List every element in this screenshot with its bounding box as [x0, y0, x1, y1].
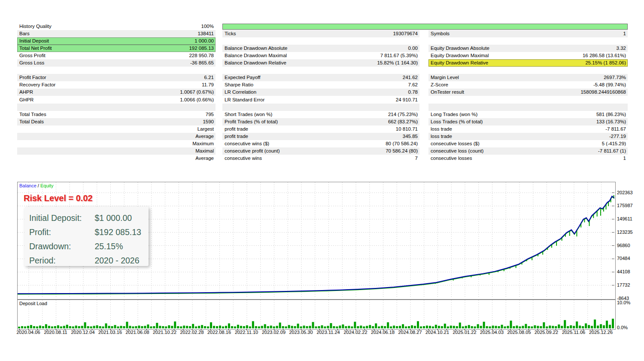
table-row: Recovery Factor11.79 [17, 81, 216, 89]
table-row: profit trade345.85 [222, 133, 419, 140]
x-axis-tick [56, 329, 56, 330]
x-axis-tick [538, 329, 538, 330]
deposit-max-label: 10.0% [617, 300, 630, 305]
table-row: consecutive wins7 [222, 155, 419, 162]
stat-label: Balance Drawdown Absolute [225, 45, 287, 52]
infobox-row: Initial Deposit: $1 000.00 [29, 211, 149, 225]
infobox-value: 2020 - 2026 [94, 256, 139, 265]
infobox-label: Initial Deposit: [29, 211, 92, 225]
stat-label: Profit Trades (% of total) [225, 118, 278, 125]
y-axis-label: 123235 [617, 229, 633, 235]
table-row: LR Correlation0.78 [222, 89, 419, 96]
x-axis-tick [392, 329, 392, 330]
x-axis-tick [437, 329, 438, 330]
table-row: Total Trades795 [17, 111, 216, 118]
stat-value: 15.82% (1 164.30) [377, 59, 418, 67]
x-axis-tick [246, 329, 247, 330]
table-row [222, 104, 419, 111]
table-row: Equity Drawdown Relative25.15% (1 852.06… [428, 59, 628, 67]
stat-value: 1.0066 (0.66%) [180, 96, 214, 104]
y-axis-label: 17732 [617, 282, 630, 288]
table-row [17, 67, 216, 74]
stat-value: 133 (16.73%) [596, 118, 626, 125]
x-axis-tick [137, 329, 138, 330]
x-axis-tick [255, 329, 256, 330]
x-axis-tick [519, 329, 519, 330]
table-row: Maximum [17, 140, 216, 147]
legend-equity: Equity [40, 183, 54, 188]
stat-value: 1.0067 (0.67%) [180, 89, 214, 96]
x-axis-tick [374, 329, 374, 330]
x-axis-tick [592, 329, 592, 330]
stat-label: Loss Trades (% of total) [431, 118, 483, 125]
x-axis-tick [74, 329, 74, 330]
deposit-min-label: 0.0% [617, 325, 628, 330]
stat-label: Initial Deposit [19, 37, 49, 45]
history-quality-bar [222, 24, 628, 30]
table-row: Total Deals1590 [17, 118, 216, 125]
stat-value: 138411 [197, 30, 214, 37]
x-axis-tick [110, 329, 111, 330]
table-row: Sharpe Ratio7.62 [222, 81, 419, 89]
stat-label: Recovery Factor [19, 81, 55, 89]
x-axis-tick [192, 329, 192, 330]
x-axis-tick [174, 329, 174, 330]
x-axis-tick [237, 329, 238, 330]
x-axis-tick [156, 329, 156, 330]
x-axis-tick [328, 329, 329, 330]
x-axis-tick [601, 329, 601, 330]
table-row: Gross Loss-36 865.65 [17, 59, 216, 67]
infobox-value: $192 085.13 [94, 227, 141, 237]
stat-value: 2697.73% [604, 74, 626, 81]
table-row: loss trade-277.19 [428, 133, 628, 140]
stat-value: 6.21 [204, 74, 214, 81]
stat-label: Profit Factor [19, 74, 46, 81]
stat-label: Bars [19, 30, 30, 37]
stat-label: profit trade [225, 125, 248, 133]
table-row: Initial Deposit1 000.00 [17, 37, 216, 45]
deposit-load-chart: Deposit Load [17, 300, 616, 330]
stat-value: 158098.2449160868 [580, 89, 626, 96]
stat-label: Long Trades (won %) [431, 111, 477, 118]
stat-value: 193079674 [393, 30, 418, 37]
x-axis-tick [301, 329, 301, 330]
x-axis-tick [447, 329, 447, 330]
table-row: Loss Trades (% of total)133 (16.73%) [428, 118, 628, 125]
x-axis-tick [337, 329, 338, 330]
table-row: AHPR1.0067 (0.67%) [17, 89, 216, 96]
stat-label: Short Trades (won %) [225, 111, 272, 118]
stat-value: 345.85 [403, 133, 418, 140]
x-axis-tick [365, 329, 365, 330]
stat-value: -36 865.65 [190, 59, 214, 67]
stat-label: Total Trades [19, 111, 46, 118]
stat-value: 1 [623, 155, 626, 162]
deposit-load-bars [18, 319, 614, 328]
x-axis-tick [146, 329, 147, 330]
stat-value: 1 000.00 [194, 37, 214, 45]
table-row: consecutive losses ($)5 (-415.29) [428, 140, 628, 147]
x-axis-tick [128, 329, 129, 330]
table-row: Margin Level2697.73% [428, 74, 628, 81]
table-row: Equity Drawdown Absolute3.32 [428, 45, 628, 52]
table-row: Profit Factor6.21 [17, 74, 216, 81]
infobox-row: Period: 2020 - 2026 [29, 254, 149, 268]
x-axis-tick [47, 329, 47, 330]
legend-balance: Balance [19, 183, 36, 188]
x-axis-tick [574, 329, 574, 330]
table-row [428, 37, 628, 45]
stat-label: AHPR [19, 89, 33, 96]
x-axis-tick [183, 329, 183, 330]
x-axis-tick [28, 329, 29, 330]
y-axis-label: 96860 [617, 243, 630, 248]
table-row: loss trade-7 811.67 [428, 125, 628, 133]
x-axis-tick [310, 329, 310, 330]
infobox-row: Drawdown: 25.15% [29, 239, 149, 254]
x-axis-tick [583, 329, 583, 330]
y-axis-label: 70484 [617, 256, 630, 261]
y-axis-label: 149611 [617, 216, 632, 221]
table-row: consecutive losses1 [428, 155, 628, 162]
stat-value: 0.78 [408, 89, 418, 96]
deposit-load-title: Deposit Load [19, 300, 47, 306]
table-row: Profit Trades (% of total)662 (83.27%) [222, 118, 419, 125]
risk-level-annotation: Risk Level = 0.02 [24, 193, 93, 203]
